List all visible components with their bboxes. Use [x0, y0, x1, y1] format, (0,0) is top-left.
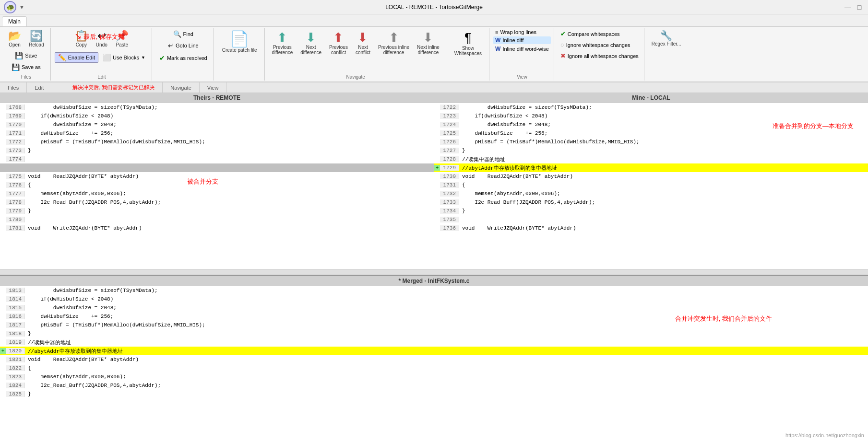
tab-bar: Main: [0, 14, 868, 27]
code-line: 1822{: [0, 364, 868, 372]
save-button[interactable]: 💾 Save: [12, 50, 40, 61]
line-text: }: [25, 391, 868, 397]
code-line: [0, 163, 434, 172]
line-text: dwHisbufSize = 2048;: [25, 122, 434, 128]
line-text: //读集中器的地址: [25, 339, 868, 346]
line-text: {: [459, 182, 868, 188]
open-icon: 📂: [8, 31, 21, 41]
compare-ws-checkbox[interactable]: ✔ Compare whitespaces: [558, 29, 641, 39]
tab-main[interactable]: Main: [2, 16, 27, 26]
createpatch-button[interactable]: 📄 Create patch file: [218, 29, 262, 55]
line-text: if(dwHisbufSize < 2048): [25, 113, 434, 119]
code-line: 1732 memset(abytAddr,0x00,0x06);: [434, 189, 868, 198]
code-line: 1727}: [434, 146, 868, 155]
useblocks-icon: ⬜: [103, 54, 111, 61]
code-line: 1825}: [0, 390, 868, 398]
nav-navigate: Navigate: [163, 82, 199, 93]
copy-button[interactable]: 📋 Copy: [71, 29, 91, 49]
next-diff-button[interactable]: ⬇ Next difference: [297, 29, 325, 58]
code-line: 1730void ReadJZQAddr(BYTE* abytAddr): [434, 172, 868, 181]
code-line: 1815 dwHisbufSize = 2048;: [0, 303, 868, 312]
code-line: 1736void WriteJZQAddr(BYTE* abytAddr): [434, 224, 868, 233]
main-content: Theirs - REMOTE 1768 dwHisbufSize = size…: [0, 93, 868, 442]
app-icon: 🐢: [4, 1, 16, 13]
find-button[interactable]: 🔍 Find: [170, 29, 197, 39]
markresolved-button[interactable]: ✔ Mark as resolved: [156, 53, 211, 63]
mine-code-content[interactable]: 1722 dwHisbufSize = sizeof(TSysMData);17…: [434, 103, 868, 269]
line-number: 1773: [6, 148, 25, 153]
reload-button[interactable]: 🔄 Reload: [25, 29, 48, 49]
prev-inline-icon: ⬆: [389, 31, 399, 44]
theirs-code-content[interactable]: 1768 dwHisbufSize = sizeof(TSysMData);17…: [0, 103, 434, 269]
maximize-button[interactable]: □: [855, 2, 864, 12]
checkmark-icon: ✔: [159, 54, 165, 62]
line-number: 1820: [6, 348, 25, 354]
reload-icon: 🔄: [30, 31, 43, 41]
mine-pane: Mine - LOCAL 1722 dwHisbufSize = sizeof(…: [434, 93, 868, 275]
enableedit-icon: ✏️: [58, 54, 66, 61]
saveas-button[interactable]: 💾 Save as: [8, 62, 44, 72]
line-text: memset(abytAddr,0x00,0x06);: [25, 191, 434, 197]
code-line: 1818}: [0, 329, 868, 338]
prev-diff-button[interactable]: ⬆ Previous difference: [269, 29, 297, 58]
code-line: 1775void ReadJZQAddr(BYTE* abytAddr): [0, 172, 434, 181]
next-inline-button[interactable]: ⬇ Next inline difference: [414, 29, 443, 58]
line-number: 1818: [6, 331, 25, 337]
line-number: 1775: [6, 174, 25, 179]
regex-filter-button[interactable]: 🔧 Regex Filter...: [648, 29, 685, 48]
useblocks-dropdown-icon: ▼: [141, 55, 145, 60]
line-number: 1819: [6, 339, 25, 345]
toolbar-ws-options-group: ✔ Compare whitespaces ○ Ignore whitespac…: [555, 28, 644, 81]
undo-button[interactable]: ↩ Undo: [92, 29, 111, 49]
next-diff-icon: ⬇: [306, 31, 316, 44]
next-conflict-button[interactable]: ⬇ Next conflict: [352, 29, 374, 58]
split-pane-top: Theirs - REMOTE 1768 dwHisbufSize = size…: [0, 93, 868, 276]
inline-diff-word-option[interactable]: W Inline diff word-wise: [493, 45, 551, 53]
code-line: 1723 if(dwHisbufSize < 2048): [434, 112, 868, 120]
code-line: 1735: [434, 215, 868, 224]
ignore-ws-changes-checkbox[interactable]: ○ Ignore whitespace changes: [558, 40, 641, 50]
line-number: 1728: [440, 156, 459, 162]
line-number: 1732: [440, 191, 459, 197]
code-line: 1780: [0, 215, 434, 224]
line-number: 1736: [440, 225, 459, 231]
showws-button[interactable]: ¶ Show Whitespaces: [450, 29, 486, 58]
line-text: dwHisbufSize += 256;: [459, 130, 868, 136]
line-text: I2c_Read_Buff(JZQADDR_POS,4,abytAddr);: [459, 199, 868, 205]
code-line: 1816 dwHisbufSize += 256;: [0, 312, 868, 321]
line-number: 1726: [440, 139, 459, 145]
gotoline-button[interactable]: ↵ Goto Line: [165, 40, 202, 51]
line-text: //abytAddr中存放读取到的集中器地址: [25, 348, 868, 355]
mine-header: Mine - LOCAL: [434, 93, 868, 103]
line-text: if(dwHisbufSize < 2048): [25, 296, 868, 302]
patch-icon: 📄: [230, 31, 249, 47]
useblocks-button[interactable]: ⬜ Use Blocks ▼: [99, 52, 149, 63]
merged-code-content[interactable]: 1813 dwHisbufSize = sizeof(TSysMData);18…: [0, 286, 868, 442]
line-number: 1727: [440, 148, 459, 153]
line-text: void WriteJZQAddr(BYTE* abytAddr): [459, 225, 868, 231]
ignore-all-ws-checkbox[interactable]: ✖ Ignore all whitespace changes: [558, 51, 641, 61]
code-line: 1724 dwHisbufSize = 2048;: [434, 120, 868, 129]
open-button[interactable]: 📂 Open: [5, 29, 24, 49]
prev-conflict-button[interactable]: ⬆ Previous conflict: [326, 29, 351, 58]
line-text: }: [459, 148, 868, 153]
line-number: 1771: [6, 130, 25, 136]
enableedit-button[interactable]: ✏️ Enable Edit: [55, 52, 98, 63]
theirs-scrollbar[interactable]: [0, 269, 434, 275]
inline-diff-option[interactable]: W Inline diff: [493, 36, 551, 44]
mine-scrollbar[interactable]: [434, 269, 868, 275]
line-text: dwHisbufSize += 256;: [25, 314, 868, 319]
line-marker: +: [0, 348, 6, 354]
line-text: I2c_Read_Buff(JZQADDR_POS,4,abytAddr);: [25, 199, 434, 205]
line-number: 1816: [6, 314, 25, 319]
line-text: }: [459, 208, 868, 214]
regex-icon: 🔧: [660, 31, 672, 40]
prev-inline-button[interactable]: ⬆ Previous inline difference: [375, 29, 413, 58]
code-line: 1779}: [0, 207, 434, 215]
minimize-button[interactable]: —: [843, 2, 853, 12]
wrap-lines-option[interactable]: ≡ Wrap long lines: [493, 29, 551, 35]
line-number: 1770: [6, 122, 25, 128]
view-group-label: View: [517, 73, 527, 80]
paste-button[interactable]: 📌 Paste: [112, 29, 132, 49]
minimize-icon[interactable]: ▼: [19, 4, 24, 10]
